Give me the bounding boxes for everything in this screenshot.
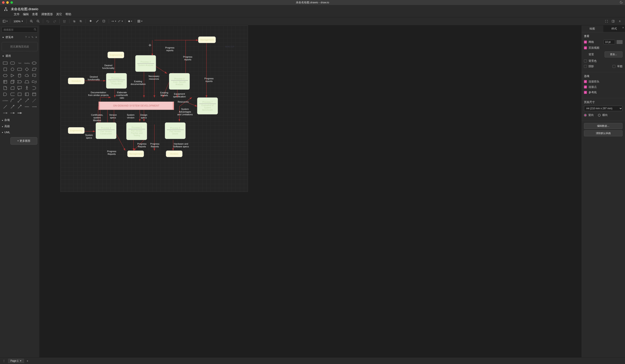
shape-triangle[interactable] xyxy=(9,73,16,78)
node-center[interactable]: ON-DEMAND SYSTEM DEVELOPMENT xyxy=(98,102,174,110)
close-panel-icon[interactable]: ✕ xyxy=(622,26,624,29)
grid-color-swatch[interactable] xyxy=(617,40,623,44)
shape-ellipse[interactable] xyxy=(31,60,37,66)
shape-cube[interactable] xyxy=(9,79,16,84)
node-engineering2[interactable]: Engineering xyxy=(68,127,85,134)
shape-container[interactable] xyxy=(16,92,23,97)
general-header[interactable]: ▼ 通用 xyxy=(0,53,39,59)
shape-note[interactable] xyxy=(2,85,8,91)
node-process-3[interactable]: Process 3Cost / Benefit Analysis xyxy=(169,73,190,90)
portrait-radio[interactable] xyxy=(584,114,587,116)
node-process-2[interactable]: Process 2System Analysis xyxy=(135,55,156,72)
menu-extras[interactable]: 其它 xyxy=(56,12,62,16)
waypoint-icon[interactable]: ▼ xyxy=(118,19,123,24)
node-investors[interactable]: Investors xyxy=(68,78,85,84)
shape-and[interactable] xyxy=(2,92,8,97)
shape-or[interactable] xyxy=(31,85,37,91)
change-background-button[interactable]: 更改... xyxy=(605,51,623,57)
shape-line-dash[interactable] xyxy=(31,98,37,103)
to-front-icon[interactable] xyxy=(71,19,77,24)
zoom-out-icon[interactable] xyxy=(35,19,41,24)
page-size-select[interactable]: A4 (210 mm x 297 mm) xyxy=(584,106,623,111)
shape-cloud[interactable] xyxy=(24,73,30,78)
shape-curve[interactable] xyxy=(9,98,16,103)
add-page-icon[interactable]: + xyxy=(26,358,29,363)
menu-file[interactable]: 文件 xyxy=(14,12,20,16)
advanced-header[interactable]: ▸高级 xyxy=(0,123,39,129)
maximize-window-button[interactable] xyxy=(10,1,13,4)
sketch-checkbox[interactable] xyxy=(613,65,615,68)
shape-data[interactable] xyxy=(9,92,16,97)
undo-icon[interactable] xyxy=(45,19,51,24)
zoom-control[interactable]: 100% ▼ xyxy=(12,20,24,23)
shape-arrow2[interactable] xyxy=(9,104,16,110)
shape-callout[interactable] xyxy=(16,85,23,91)
appearance-icon[interactable] xyxy=(620,1,623,4)
shape-process[interactable] xyxy=(16,67,23,72)
shape-list[interactable] xyxy=(31,92,37,97)
shape-card[interactable] xyxy=(9,85,16,91)
edit-icon[interactable]: ✎ xyxy=(31,36,33,39)
uml-header[interactable]: ▸UML xyxy=(0,129,39,135)
shape-hexagon[interactable] xyxy=(2,73,8,78)
node-process-6[interactable]: Process 6Part Version Desire xyxy=(165,122,186,139)
node-vendors[interactable]: Vendors xyxy=(166,150,183,157)
edit-data-button[interactable]: 编辑数据... xyxy=(584,123,623,129)
shape-listitem[interactable]: List Item xyxy=(2,98,8,103)
tab-diagram[interactable]: 绘图 xyxy=(581,25,603,32)
fullscreen-icon[interactable] xyxy=(604,19,609,24)
close-window-button[interactable] xyxy=(2,1,4,4)
node-process-5[interactable]: Process 5Part Version Practise and Testi… xyxy=(126,122,147,140)
more-shapes-button[interactable]: + 更多图形 xyxy=(10,137,37,145)
menu-arrange[interactable]: 调整图形 xyxy=(41,12,53,16)
scratchpad-header[interactable]: ▼ 便笺本 ? + ✎ ✕ xyxy=(0,34,39,40)
clear-style-button[interactable]: 清除默认风格 xyxy=(584,130,623,136)
format-panel-icon[interactable] xyxy=(610,19,616,24)
shape-hline[interactable] xyxy=(24,104,30,110)
shadow-icon[interactable] xyxy=(101,19,107,24)
shape-step[interactable] xyxy=(16,79,23,84)
line-color-icon[interactable] xyxy=(94,19,100,24)
node-engineering[interactable]: Engineering xyxy=(107,52,124,58)
shadow-checkbox[interactable] xyxy=(584,65,587,68)
landscape-radio[interactable] xyxy=(598,114,601,116)
close-icon[interactable]: ✕ xyxy=(35,36,37,39)
shape-circle[interactable] xyxy=(9,67,16,72)
file-title[interactable]: 未命名绘图.drawio xyxy=(11,7,38,11)
insert-icon[interactable]: +▼ xyxy=(127,19,133,24)
shape-text[interactable]: Text xyxy=(16,60,23,66)
shape-line[interactable] xyxy=(2,104,8,110)
node-management-bottom[interactable]: Management xyxy=(127,150,144,157)
node-management-top[interactable]: Management xyxy=(198,36,216,43)
fill-color-icon[interactable] xyxy=(88,19,93,24)
connection-icon[interactable]: ▼ xyxy=(111,19,117,24)
shape-rect[interactable] xyxy=(2,60,8,66)
add-icon[interactable]: + xyxy=(28,36,30,39)
shape-rounded[interactable] xyxy=(9,60,16,66)
guides-checkbox[interactable]: ✓ xyxy=(584,91,587,94)
table-icon[interactable]: ▼ xyxy=(137,19,143,24)
menu-help[interactable]: 帮助 xyxy=(65,12,71,16)
shape-diamond[interactable] xyxy=(24,67,30,72)
grid-size-input[interactable] xyxy=(603,40,615,44)
shape-document[interactable] xyxy=(31,73,37,78)
bg-color-checkbox[interactable] xyxy=(584,59,587,62)
node-process-1[interactable]: Process 1System Model Production xyxy=(106,73,127,89)
redo-icon[interactable] xyxy=(52,19,57,24)
minimize-window-button[interactable] xyxy=(6,1,9,4)
pages-menu-icon[interactable]: ⋮ xyxy=(2,358,6,363)
delete-icon[interactable] xyxy=(62,19,67,24)
shape-heading[interactable]: Heading xyxy=(24,60,30,66)
node-process-4[interactable]: Process 4Part Version Construction xyxy=(96,122,117,139)
conn-points-checkbox[interactable]: ✓ xyxy=(584,85,587,88)
help-icon[interactable]: ? xyxy=(25,36,27,39)
grid-checkbox[interactable]: ✓ xyxy=(584,41,587,44)
to-back-icon[interactable] xyxy=(78,19,84,24)
search-icon[interactable] xyxy=(34,28,36,31)
shape-internal[interactable] xyxy=(2,79,8,84)
shape-cylinder[interactable] xyxy=(16,73,23,78)
shape-arrow-both[interactable] xyxy=(16,98,23,103)
shape-arrow3[interactable] xyxy=(16,104,23,110)
page-view-checkbox[interactable]: ✓ xyxy=(584,46,587,49)
menu-view[interactable]: 查看 xyxy=(32,12,38,16)
